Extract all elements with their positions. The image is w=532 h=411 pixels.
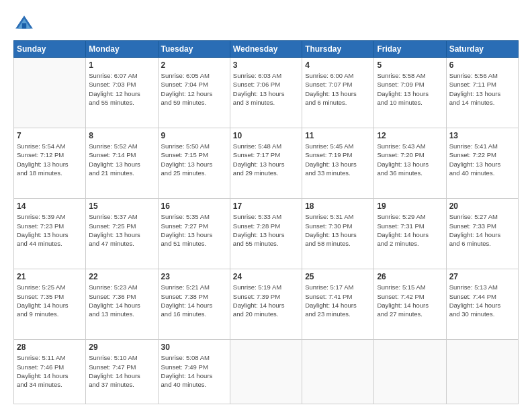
day-info: Sunrise: 5:17 AM Sunset: 7:41 PM Dayligh… [305, 283, 371, 318]
calendar-cell: 18Sunrise: 5:31 AM Sunset: 7:30 PM Dayli… [302, 199, 374, 269]
calendar-cell: 9Sunrise: 5:50 AM Sunset: 7:15 PM Daylig… [158, 128, 230, 199]
day-info: Sunrise: 5:10 AM Sunset: 7:47 PM Dayligh… [89, 353, 154, 389]
calendar-header-monday: Monday [86, 41, 158, 58]
calendar-cell: 23Sunrise: 5:21 AM Sunset: 7:38 PM Dayli… [158, 269, 230, 340]
day-number: 8 [89, 131, 154, 140]
day-number: 27 [449, 272, 515, 281]
logo-icon [13, 13, 35, 35]
day-info: Sunrise: 5:45 AM Sunset: 7:19 PM Dayligh… [305, 142, 371, 177]
day-number: 13 [449, 131, 515, 140]
calendar-header-friday: Friday [374, 41, 446, 58]
calendar-cell: 19Sunrise: 5:29 AM Sunset: 7:31 PM Dayli… [374, 199, 446, 269]
day-number: 11 [305, 131, 371, 140]
day-number: 7 [17, 131, 83, 140]
day-number: 1 [89, 60, 154, 70]
day-info: Sunrise: 5:33 AM Sunset: 7:28 PM Dayligh… [233, 212, 299, 248]
calendar-cell [302, 340, 374, 404]
day-info: Sunrise: 5:48 AM Sunset: 7:17 PM Dayligh… [233, 142, 299, 177]
calendar-header-tuesday: Tuesday [158, 41, 230, 58]
calendar-week-1: 1Sunrise: 6:07 AM Sunset: 7:03 PM Daylig… [14, 58, 519, 128]
calendar-cell: 12Sunrise: 5:43 AM Sunset: 7:20 PM Dayli… [374, 128, 446, 199]
day-info: Sunrise: 6:07 AM Sunset: 7:03 PM Dayligh… [89, 71, 154, 107]
calendar-table: SundayMondayTuesdayWednesdayThursdayFrid… [13, 40, 519, 404]
calendar-cell [446, 340, 518, 404]
calendar-cell: 22Sunrise: 5:23 AM Sunset: 7:36 PM Dayli… [86, 269, 158, 340]
calendar-header-saturday: Saturday [446, 41, 518, 58]
calendar-cell: 20Sunrise: 5:27 AM Sunset: 7:33 PM Dayli… [446, 199, 518, 269]
day-info: Sunrise: 5:11 AM Sunset: 7:46 PM Dayligh… [17, 353, 83, 389]
calendar-cell: 29Sunrise: 5:10 AM Sunset: 7:47 PM Dayli… [86, 340, 158, 404]
day-number: 5 [377, 60, 443, 70]
day-number: 28 [17, 342, 83, 352]
day-info: Sunrise: 5:23 AM Sunset: 7:36 PM Dayligh… [89, 283, 154, 318]
calendar-cell: 30Sunrise: 5:08 AM Sunset: 7:49 PM Dayli… [158, 340, 230, 404]
day-number: 3 [233, 60, 299, 70]
day-info: Sunrise: 6:00 AM Sunset: 7:07 PM Dayligh… [305, 71, 371, 107]
calendar-cell: 7Sunrise: 5:54 AM Sunset: 7:12 PM Daylig… [14, 128, 86, 199]
day-number: 21 [17, 272, 83, 281]
calendar-cell: 14Sunrise: 5:39 AM Sunset: 7:23 PM Dayli… [14, 199, 86, 269]
day-info: Sunrise: 5:19 AM Sunset: 7:39 PM Dayligh… [233, 283, 299, 318]
day-number: 6 [449, 60, 515, 70]
day-number: 18 [305, 201, 371, 211]
day-info: Sunrise: 5:37 AM Sunset: 7:25 PM Dayligh… [89, 212, 154, 248]
day-info: Sunrise: 5:29 AM Sunset: 7:31 PM Dayligh… [377, 212, 443, 248]
calendar-cell [374, 340, 446, 404]
day-number: 26 [377, 272, 443, 281]
day-number: 14 [17, 201, 83, 211]
day-number: 12 [377, 131, 443, 140]
day-info: Sunrise: 5:35 AM Sunset: 7:27 PM Dayligh… [161, 212, 227, 248]
day-info: Sunrise: 5:08 AM Sunset: 7:49 PM Dayligh… [161, 353, 227, 389]
day-number: 10 [233, 131, 299, 140]
day-info: Sunrise: 5:25 AM Sunset: 7:35 PM Dayligh… [17, 283, 83, 318]
calendar-header-row: SundayMondayTuesdayWednesdayThursdayFrid… [14, 41, 519, 58]
day-info: Sunrise: 5:54 AM Sunset: 7:12 PM Dayligh… [17, 142, 83, 177]
page: SundayMondayTuesdayWednesdayThursdayFrid… [0, 0, 532, 411]
day-number: 24 [233, 272, 299, 281]
calendar-cell [230, 340, 302, 404]
day-number: 9 [161, 131, 227, 140]
day-number: 30 [161, 342, 227, 352]
day-info: Sunrise: 6:03 AM Sunset: 7:06 PM Dayligh… [233, 71, 299, 107]
day-info: Sunrise: 6:05 AM Sunset: 7:04 PM Dayligh… [161, 71, 227, 107]
calendar-cell: 17Sunrise: 5:33 AM Sunset: 7:28 PM Dayli… [230, 199, 302, 269]
day-info: Sunrise: 5:52 AM Sunset: 7:14 PM Dayligh… [89, 142, 154, 177]
calendar-cell: 28Sunrise: 5:11 AM Sunset: 7:46 PM Dayli… [14, 340, 86, 404]
day-number: 23 [161, 272, 227, 281]
calendar-cell: 6Sunrise: 5:56 AM Sunset: 7:11 PM Daylig… [446, 58, 518, 128]
calendar-week-4: 21Sunrise: 5:25 AM Sunset: 7:35 PM Dayli… [14, 269, 519, 340]
header [13, 13, 519, 35]
calendar-header-wednesday: Wednesday [230, 41, 302, 58]
day-number: 4 [305, 60, 371, 70]
calendar-week-5: 28Sunrise: 5:11 AM Sunset: 7:46 PM Dayli… [14, 340, 519, 404]
calendar-header-thursday: Thursday [302, 41, 374, 58]
calendar-cell: 15Sunrise: 5:37 AM Sunset: 7:25 PM Dayli… [86, 199, 158, 269]
day-number: 19 [377, 201, 443, 211]
day-info: Sunrise: 5:43 AM Sunset: 7:20 PM Dayligh… [377, 142, 443, 177]
calendar-cell: 16Sunrise: 5:35 AM Sunset: 7:27 PM Dayli… [158, 199, 230, 269]
day-info: Sunrise: 5:58 AM Sunset: 7:09 PM Dayligh… [377, 71, 443, 107]
calendar-cell: 25Sunrise: 5:17 AM Sunset: 7:41 PM Dayli… [302, 269, 374, 340]
day-number: 2 [161, 60, 227, 70]
day-number: 29 [89, 342, 154, 352]
calendar-cell: 2Sunrise: 6:05 AM Sunset: 7:04 PM Daylig… [158, 58, 230, 128]
calendar-cell: 8Sunrise: 5:52 AM Sunset: 7:14 PM Daylig… [86, 128, 158, 199]
calendar-cell: 1Sunrise: 6:07 AM Sunset: 7:03 PM Daylig… [86, 58, 158, 128]
logo [13, 13, 38, 35]
day-number: 17 [233, 201, 299, 211]
calendar-cell: 27Sunrise: 5:13 AM Sunset: 7:44 PM Dayli… [446, 269, 518, 340]
calendar-cell: 5Sunrise: 5:58 AM Sunset: 7:09 PM Daylig… [374, 58, 446, 128]
day-info: Sunrise: 5:41 AM Sunset: 7:22 PM Dayligh… [449, 142, 515, 177]
calendar-week-2: 7Sunrise: 5:54 AM Sunset: 7:12 PM Daylig… [14, 128, 519, 199]
calendar-cell: 10Sunrise: 5:48 AM Sunset: 7:17 PM Dayli… [230, 128, 302, 199]
day-number: 22 [89, 272, 154, 281]
calendar-cell: 11Sunrise: 5:45 AM Sunset: 7:19 PM Dayli… [302, 128, 374, 199]
calendar-header-sunday: Sunday [14, 41, 86, 58]
day-info: Sunrise: 5:56 AM Sunset: 7:11 PM Dayligh… [449, 71, 515, 107]
calendar-week-3: 14Sunrise: 5:39 AM Sunset: 7:23 PM Dayli… [14, 199, 519, 269]
calendar-cell: 21Sunrise: 5:25 AM Sunset: 7:35 PM Dayli… [14, 269, 86, 340]
day-info: Sunrise: 5:21 AM Sunset: 7:38 PM Dayligh… [161, 283, 227, 318]
day-number: 25 [305, 272, 371, 281]
day-info: Sunrise: 5:13 AM Sunset: 7:44 PM Dayligh… [449, 283, 515, 318]
calendar-cell: 26Sunrise: 5:15 AM Sunset: 7:42 PM Dayli… [374, 269, 446, 340]
